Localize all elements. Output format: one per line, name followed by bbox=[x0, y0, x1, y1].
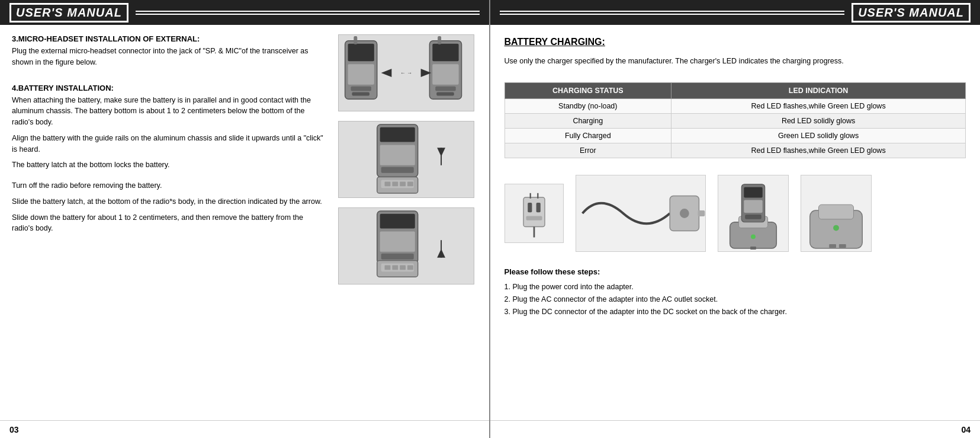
svg-rect-58 bbox=[818, 204, 853, 219]
left-header-title: USER'S MANUAL bbox=[9, 3, 128, 23]
table-row: Charging bbox=[505, 113, 671, 128]
table-row: Standby (no-load) bbox=[505, 98, 671, 113]
list-item: 3. Plug the DC connector of the adapter … bbox=[505, 306, 966, 318]
svg-rect-30 bbox=[381, 254, 413, 260]
section4-para2: Align the battery with the guide rails o… bbox=[12, 133, 326, 155]
col1-header: CHARGING STATUS bbox=[505, 82, 671, 98]
charger-diagram bbox=[505, 175, 966, 252]
section4-para1: When attaching the battery, make sure th… bbox=[12, 95, 326, 128]
svg-rect-8 bbox=[432, 44, 458, 62]
table-row: Red LED flashes,while Green LED glows bbox=[671, 98, 966, 113]
left-content: 3.MICRO-HEADSET INSTALLATION OF EXTERNAL… bbox=[0, 25, 489, 420]
radio-charger-svg bbox=[718, 175, 788, 251]
right-header-title: USER'S MANUAL bbox=[852, 3, 971, 23]
section4-heading: 4.BATTERY INSTALLATION: bbox=[12, 84, 326, 92]
svg-rect-9 bbox=[432, 64, 458, 84]
svg-rect-10 bbox=[435, 87, 455, 91]
svg-rect-33 bbox=[384, 265, 390, 270]
svg-text:←   →: ← → bbox=[400, 70, 412, 76]
svg-rect-35 bbox=[400, 265, 406, 270]
svg-rect-1 bbox=[348, 44, 374, 62]
section3-heading: 3.MICRO-HEADSET INSTALLATION OF EXTERNAL… bbox=[12, 34, 326, 43]
svg-rect-56 bbox=[750, 247, 756, 250]
svg-rect-48 bbox=[698, 210, 705, 216]
svg-point-59 bbox=[833, 225, 839, 231]
section4-para3: The battery latch at the bottom locks th… bbox=[12, 159, 326, 171]
left-panel: USER'S MANUAL 3.MICRO-HEADSET INSTALLATI… bbox=[0, 0, 490, 438]
section4-para5: Slide the battery latch, at the bottom o… bbox=[12, 196, 326, 207]
left-page-number: 03 bbox=[9, 425, 19, 434]
svg-rect-54 bbox=[745, 215, 761, 219]
right-panel: USER'S MANUAL BATTERY CHARGING: Use only… bbox=[490, 0, 981, 438]
svg-rect-2 bbox=[348, 64, 374, 84]
svg-rect-34 bbox=[392, 265, 398, 270]
left-text-section: 3.MICRO-HEADSET INSTALLATION OF EXTERNAL… bbox=[12, 34, 326, 411]
svg-rect-12 bbox=[438, 36, 441, 44]
right-page-number: 04 bbox=[961, 425, 971, 434]
battery-charging-desc: Use only the charger specified by the ma… bbox=[505, 56, 966, 67]
charger-cradle-image bbox=[801, 175, 872, 252]
svg-rect-39 bbox=[523, 197, 545, 227]
col2-header: LED INDICATION bbox=[671, 82, 966, 98]
svg-rect-28 bbox=[380, 214, 415, 229]
svg-rect-42 bbox=[526, 216, 542, 220]
svg-rect-40 bbox=[528, 203, 532, 212]
svg-rect-21 bbox=[384, 181, 390, 186]
right-header-line-1 bbox=[500, 11, 845, 12]
svg-rect-18 bbox=[381, 167, 413, 173]
svg-marker-6 bbox=[381, 69, 391, 77]
svg-rect-61 bbox=[838, 244, 846, 248]
right-content: BATTERY CHARGING: Use only the charger s… bbox=[490, 25, 981, 420]
table-row: Green LED solidly glows bbox=[671, 128, 966, 143]
left-image-section: ← → bbox=[335, 34, 477, 411]
svg-rect-52 bbox=[744, 187, 762, 198]
left-footer: 03 bbox=[0, 420, 489, 438]
charging-table: CHARGING STATUS LED INDICATION Standby (… bbox=[505, 82, 966, 158]
header-line-2 bbox=[136, 14, 480, 15]
section3-text: Plug the external micro-headset connecto… bbox=[12, 46, 326, 68]
battery-attach-image bbox=[338, 121, 474, 198]
adapter-svg bbox=[576, 175, 705, 251]
steps-list: 1. Plug the power cord into the adapter.… bbox=[505, 281, 966, 319]
svg-rect-41 bbox=[536, 203, 540, 212]
table-row: Fully Charged bbox=[505, 128, 671, 143]
section3: 3.MICRO-HEADSET INSTALLATION OF EXTERNAL… bbox=[12, 34, 326, 68]
left-header: USER'S MANUAL bbox=[0, 0, 489, 25]
radio-in-charger-image bbox=[718, 175, 789, 252]
list-item: 1. Plug the power cord into the adapter. bbox=[505, 281, 966, 293]
svg-rect-53 bbox=[744, 200, 762, 213]
svg-rect-24 bbox=[407, 181, 413, 186]
svg-rect-4 bbox=[352, 92, 369, 95]
section4-para4: Turn off the radio before removing the b… bbox=[12, 180, 326, 191]
svg-point-47 bbox=[679, 209, 689, 218]
page: USER'S MANUAL 3.MICRO-HEADSET INSTALLATI… bbox=[0, 0, 980, 438]
radio-headset-image: ← → bbox=[338, 34, 474, 111]
adapter-image bbox=[576, 175, 706, 252]
right-header-line-2 bbox=[500, 14, 845, 15]
svg-rect-60 bbox=[829, 244, 836, 248]
battery-charging-title: BATTERY CHARGING: bbox=[505, 37, 966, 47]
right-header-lines bbox=[500, 11, 845, 15]
svg-rect-23 bbox=[400, 181, 406, 186]
svg-rect-22 bbox=[392, 181, 398, 186]
battery-attach-svg bbox=[339, 122, 474, 197]
section4: 4.BATTERY INSTALLATION: When attaching t… bbox=[12, 84, 326, 235]
svg-rect-36 bbox=[407, 265, 413, 270]
svg-rect-17 bbox=[380, 145, 415, 165]
header-line-1 bbox=[136, 11, 480, 12]
cradle-svg bbox=[801, 175, 871, 251]
svg-point-55 bbox=[751, 234, 756, 239]
right-header: USER'S MANUAL bbox=[490, 0, 981, 25]
list-item: 2. Plug the AC connector of the adapter … bbox=[505, 293, 966, 306]
table-row: Error bbox=[505, 143, 671, 158]
wall-plug-image bbox=[505, 184, 564, 243]
section4-para6: Slide down the battery for about 1 to 2 … bbox=[12, 212, 326, 235]
headset-svg: ← → bbox=[339, 35, 474, 111]
table-row: Red LED solidly glows bbox=[671, 113, 966, 128]
svg-rect-3 bbox=[351, 87, 371, 91]
svg-rect-5 bbox=[354, 36, 357, 44]
battery-remove-svg bbox=[339, 208, 474, 284]
steps-heading: Please follow these steps: bbox=[505, 267, 966, 276]
plug-svg bbox=[507, 187, 561, 240]
table-row: Red LED flashes,while Green LED glows bbox=[671, 143, 966, 158]
